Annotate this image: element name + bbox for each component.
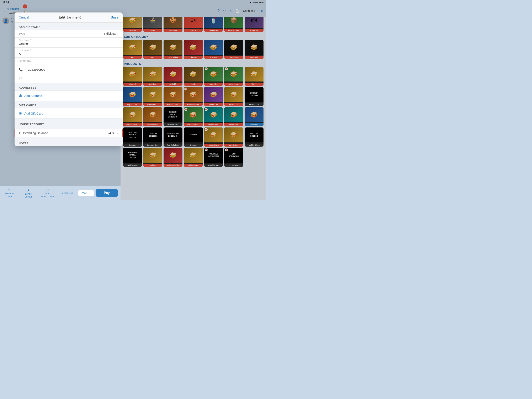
plus-icon: ⊕ — [19, 93, 22, 98]
logout-icon[interactable]: ⇥ — [260, 8, 263, 13]
menu-item[interactable]: 🥪M-Z — [143, 40, 162, 59]
menu-item[interactable]: CUSTOMMEAT &CHEESECustom — [123, 128, 142, 146]
menu-item[interactable]: 🥪✱Ham & Che... — [204, 128, 223, 146]
menu-item[interactable]: 🥪Audie — [184, 67, 203, 86]
undo-icon[interactable]: ↩ — [223, 8, 226, 13]
discount-order-button[interactable]: % Discount Order — [0, 188, 19, 198]
balance-value-row: 24.36 › — [108, 131, 118, 135]
last-name-block[interactable]: Last Name* K — [14, 48, 123, 58]
star-badge: ✱ — [225, 67, 228, 70]
menu-item[interactable]: GIANNAGianna — [184, 128, 203, 146]
menu-item[interactable]: 🥪Audiablo — [164, 67, 183, 86]
menu-item[interactable]: 🥪Italian — [143, 148, 162, 167]
menu-item-label: Herr's — [184, 29, 203, 32]
add-gift-card-button[interactable]: ⊕ Add Gift Card — [14, 108, 123, 118]
phone-row[interactable]: 📞 * 3023950902 — [14, 65, 123, 74]
menu-item[interactable]: 🥪Crusher — [245, 107, 264, 126]
menu-item-label: American — [143, 83, 162, 86]
loyalty-icon: ★ — [27, 188, 30, 192]
menu-item[interactable]: 🥪Specialties — [164, 40, 183, 59]
modal-header: Cancel Edit Janine K Save — [14, 13, 123, 23]
menu-item[interactable]: 🥪Ham & Che... — [224, 128, 243, 146]
avatar: 👤 — [2, 18, 9, 24]
menu-item-label: Knuckle Sa... — [204, 164, 223, 167]
menu-item[interactable]: 🥪Buffalo Chic... — [164, 87, 183, 106]
type-row[interactable]: Type Individual › — [14, 30, 123, 38]
menu-item[interactable]: 🥪Big "T" Dia... — [123, 87, 142, 106]
menu-item[interactable]: 🥪Cheese Del... — [204, 87, 223, 106]
menu-item-label: Cutlets — [204, 56, 223, 59]
status-time: 12:34 — [2, 1, 9, 4]
modal-save-button[interactable]: Save — [111, 16, 119, 19]
company-block[interactable]: Company — [14, 58, 123, 65]
products-grid: 🥪Abruzzi🥪American🥪Audiablo🥪Audie🥪✱Bada B… — [123, 67, 264, 167]
add-address-label: Add Address — [24, 94, 42, 97]
service-fee-button[interactable]: Service Fee — [57, 192, 76, 194]
menu-item-label: Abruzzi — [123, 83, 142, 86]
menu-item[interactable]: HEALTHYHAM &CHEESEHealthy Ha... — [123, 148, 142, 167]
menu-item[interactable]: 🥪✱Chicken Su... — [184, 107, 203, 126]
menu-item[interactable]: 🥪Italian Diablo — [164, 148, 183, 167]
copy-icon[interactable]: 📄 — [235, 8, 240, 13]
menu-item[interactable]: 🥪A-L — [123, 40, 142, 59]
menu-item[interactable]: 🥪✱Bada Bing — [204, 67, 223, 86]
menu-item[interactable]: 🥪Meatless — [224, 40, 243, 59]
menu-item[interactable]: 🥪✱Corned Bee... — [204, 107, 223, 126]
menu-item-label: Beverages — [204, 29, 223, 32]
menu-item[interactable]: LTOSANDWICH✱LTO Sandwi... — [224, 148, 243, 167]
menu-item-label: Healthy Che... — [245, 144, 264, 147]
menu-item[interactable]: 🥪Chicken Par... — [143, 107, 162, 126]
menu-item[interactable]: CHICKENSALADSANDWICHChicken Sal... — [164, 107, 183, 126]
menu-item[interactable]: 🥪Bologna &... — [143, 87, 162, 106]
pay-button[interactable]: Pay — [95, 189, 118, 197]
menu-item[interactable]: CUSTOMCHEESECustom Ch... — [143, 128, 162, 146]
menu-item[interactable]: 🥪Meatballs — [245, 40, 264, 59]
menu-item-label: Corned Bee... — [224, 123, 243, 126]
menu-item[interactable]: 🥪Diablos — [184, 40, 203, 59]
add-gift-card-label: Add Gift Card — [24, 112, 43, 115]
menu-item-label: Crusher — [245, 123, 264, 126]
balance-amount: 24.36 — [108, 131, 115, 135]
back-button[interactable]: ‹ — [3, 8, 5, 13]
service-fee-label: Service Fee — [61, 192, 73, 194]
menu-item-label: Audiablo — [164, 83, 183, 86]
menu-item-label: Chicken Col... — [245, 103, 264, 106]
star-badge: ✱ — [184, 108, 187, 111]
menu-item-label: Custom — [123, 144, 142, 147]
first-name-block[interactable]: First Name* Janine — [14, 38, 123, 48]
menu-item[interactable]: 🥪Cutlets — [204, 40, 223, 59]
menu-item[interactable]: 🥪✱Bada Boom — [224, 67, 243, 86]
menu-item[interactable]: 🥪Abruzzi — [123, 67, 142, 86]
cancel-button[interactable]: Can... — [78, 190, 94, 196]
status-icons: ▲ WiFi 98% — [249, 1, 264, 4]
menu-item[interactable]: 🥪Corned Bee... — [224, 107, 243, 126]
menu-item[interactable]: EGG SALADSANDWICHEgg Salad S... — [164, 128, 183, 146]
menu-item[interactable]: 🥪American — [143, 67, 162, 86]
discount-label: Discount — [5, 192, 14, 195]
search-icon[interactable]: ⌕ — [229, 9, 232, 13]
basic-details-header: BASIC DETAILS — [14, 23, 123, 30]
menu-item[interactable]: HEALTHYCHEESEHealthy Che... — [245, 128, 264, 146]
menu-item[interactable]: 🥪Chicken Dia... — [123, 107, 142, 126]
help-icon[interactable]: ? — [217, 8, 220, 13]
star-badge: ✱ — [205, 128, 208, 131]
menu-item-label: A-L — [123, 56, 142, 59]
add-address-button[interactable]: ⊕ Add Address — [14, 90, 123, 101]
menu-item[interactable]: 🥪Big "T" — [245, 67, 264, 86]
menu-item[interactable]: 🥪✱Buffalo Cutlet — [184, 87, 203, 106]
menu-item-label: Catering — [245, 29, 264, 32]
house-account-row[interactable]: Outstanding Balance 24.36 › — [15, 129, 122, 137]
menu-item-label: Italian — [143, 164, 162, 167]
menu-item[interactable]: 🥪Italian Tuna — [184, 148, 203, 167]
menu-item[interactable]: KNUCKLESANDWICH✱Knuckle Sa... — [204, 148, 223, 167]
modal-cancel-button[interactable]: Cancel — [19, 16, 29, 19]
print-guest-check-button[interactable]: 🖨 Print Guest Check — [38, 188, 57, 198]
balance-chevron-icon: › — [117, 131, 118, 135]
menu-item-label: Bada Boom — [224, 83, 243, 86]
email-row[interactable]: @ — [14, 74, 123, 83]
menu-item-label: Meatless — [224, 56, 243, 59]
menu-item[interactable]: 🥪Chicken Ch... — [224, 87, 243, 106]
loyalty-lookup-button[interactable]: ★ Loyalty Lookup — [19, 188, 38, 198]
menu-item[interactable]: CHICKENCOLETTEChicken Col... — [245, 87, 264, 106]
edit-modal: Cancel Edit Janine K Save BASIC DETAILS … — [14, 13, 123, 146]
